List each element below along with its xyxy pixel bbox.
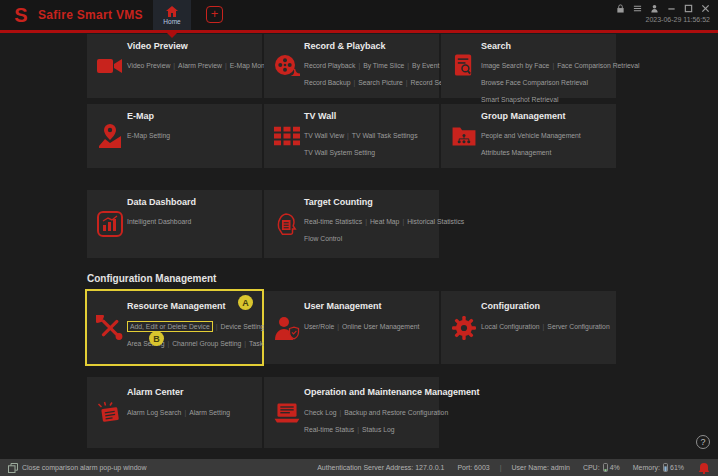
link-emap-setting[interactable]: E-Map Setting bbox=[127, 132, 170, 139]
link-tv-wall-system-setting[interactable]: TV Wall System Setting bbox=[304, 149, 375, 156]
link-online-user-management[interactable]: Online User Management bbox=[342, 323, 419, 330]
alarm-bell-icon[interactable] bbox=[698, 462, 710, 474]
link-people-and-vehicle-management[interactable]: People and Vehicle Management bbox=[481, 132, 581, 139]
link-tv-wall-view[interactable]: TV Wall View bbox=[304, 132, 344, 139]
card-target-counting: Target Counting Real-time Statistics|Hea… bbox=[264, 190, 439, 258]
card-title: Data Dashboard bbox=[127, 197, 196, 207]
link-separator: | bbox=[365, 218, 367, 225]
video-camera-icon bbox=[94, 56, 126, 76]
link-separator: | bbox=[184, 409, 186, 416]
link-alarm-log-search[interactable]: Alarm Log Search bbox=[127, 409, 181, 416]
dashboard-chart-icon bbox=[94, 211, 126, 237]
close-icon[interactable] bbox=[701, 4, 710, 13]
link-flow-control[interactable]: Flow Control bbox=[304, 235, 342, 242]
port: Port: 6003 bbox=[457, 464, 489, 471]
link-check-log[interactable]: Check Log bbox=[304, 409, 337, 416]
link-backup-and-restore-configuration[interactable]: Backup and Restore Configuration bbox=[344, 409, 448, 416]
home-tab-pointer-icon bbox=[167, 33, 177, 38]
link-real-time-statistics[interactable]: Real-time Statistics bbox=[304, 218, 362, 225]
link-alarm-setting[interactable]: Alarm Setting bbox=[189, 409, 230, 416]
safire-logo-icon: S bbox=[9, 3, 33, 27]
film-reel-icon bbox=[271, 54, 303, 78]
card-title: Resource Management bbox=[127, 301, 226, 311]
link-heat-map[interactable]: Heat Map bbox=[370, 218, 399, 225]
user-shield-icon bbox=[271, 315, 303, 341]
link-video-preview[interactable]: Video Preview bbox=[127, 62, 170, 69]
user-icon[interactable] bbox=[650, 4, 659, 13]
target-counting-icon bbox=[271, 212, 303, 236]
maximize-icon[interactable] bbox=[684, 4, 693, 13]
card-title: Target Counting bbox=[304, 197, 373, 207]
card-video-preview: Video Preview Video Preview|Alarm Previe… bbox=[87, 34, 262, 98]
link-browse-face-comparison-retrieval[interactable]: Browse Face Comparison Retrieval bbox=[481, 79, 588, 86]
link-separator: | bbox=[340, 409, 342, 416]
card-title: Group Management bbox=[481, 111, 566, 121]
link-tv-wall-task-settings[interactable]: TV Wall Task Settings bbox=[352, 132, 418, 139]
card-e-map: E-Map E-Map Setting bbox=[87, 104, 262, 168]
card-title: E-Map bbox=[127, 111, 154, 121]
card-title: Configuration bbox=[481, 301, 540, 311]
tools-icon bbox=[94, 315, 126, 341]
app-title: Safire Smart VMS bbox=[38, 8, 143, 22]
card-title: User Management bbox=[304, 301, 382, 311]
link-image-search-by-face[interactable]: Image Search by Face bbox=[481, 62, 549, 69]
document-search-icon bbox=[448, 54, 480, 79]
link-task[interactable]: Task bbox=[249, 340, 263, 347]
link-attributes-management[interactable]: Attributes Management bbox=[481, 149, 551, 156]
statusbar-separator: | bbox=[500, 464, 502, 471]
red-divider bbox=[0, 30, 718, 33]
window-controls bbox=[616, 4, 710, 13]
help-button[interactable]: ? bbox=[696, 435, 710, 449]
link-separator: | bbox=[167, 340, 169, 347]
card-record-playback: Record & Playback Record Playback|By Tim… bbox=[264, 34, 439, 98]
close-comparison-alarm-label: Close comparison alarm pop-up window bbox=[22, 464, 147, 471]
close-comparison-alarm-toggle[interactable]: Close comparison alarm pop-up window bbox=[8, 463, 147, 473]
annotation-b: B bbox=[149, 331, 164, 346]
annotation-a: A bbox=[238, 295, 253, 310]
link-alarm-preview[interactable]: Alarm Preview bbox=[178, 62, 222, 69]
memory-label: Memory: bbox=[633, 464, 660, 471]
card-title: Operation and Maintenance Management bbox=[304, 387, 480, 397]
link-real-time-status[interactable]: Real-time Status bbox=[304, 426, 354, 433]
group-folder-icon bbox=[448, 126, 480, 147]
lock-icon[interactable] bbox=[616, 4, 625, 13]
cpu-value: 4% bbox=[610, 464, 620, 471]
tab-home[interactable]: Home bbox=[153, 0, 191, 30]
card-title: Video Preview bbox=[127, 41, 188, 51]
link-historical-statistics[interactable]: Historical Statistics bbox=[407, 218, 464, 225]
link-intelligent-dashboard[interactable]: Intelligent Dashboard bbox=[127, 218, 191, 225]
menu-icon[interactable] bbox=[633, 4, 642, 13]
map-pin-icon bbox=[94, 123, 126, 149]
svg-text:S: S bbox=[14, 4, 27, 26]
card-title: Alarm Center bbox=[127, 387, 184, 397]
link-channel-group-setting[interactable]: Channel Group Setting bbox=[172, 340, 241, 347]
user-name: User Name: admin bbox=[512, 464, 570, 471]
link-server-configuration[interactable]: Server Configuration bbox=[547, 323, 609, 330]
link-separator: | bbox=[173, 62, 175, 69]
link-add-edit-or-delete-device[interactable]: Add, Edit or Delete Device bbox=[127, 321, 213, 332]
link-face-comparison-retrieval[interactable]: Face Comparison Retrieval bbox=[557, 62, 639, 69]
link-separator: | bbox=[402, 218, 404, 225]
link-separator: | bbox=[244, 340, 246, 347]
link-status-log[interactable]: Status Log bbox=[362, 426, 395, 433]
link-search-picture[interactable]: Search Picture bbox=[358, 79, 403, 86]
link-local-configuration[interactable]: Local Configuration bbox=[481, 323, 540, 330]
memory-gauge-icon bbox=[663, 463, 668, 472]
link-by-event[interactable]: By Event bbox=[412, 62, 439, 69]
card-group-management: Group Management People and Vehicle Mana… bbox=[441, 104, 616, 168]
link-separator: | bbox=[407, 62, 409, 69]
card-tv-wall: TV Wall TV Wall View|TV Wall Task Settin… bbox=[264, 104, 439, 168]
card-user-management: User Management User/Role|Online User Ma… bbox=[264, 291, 439, 364]
add-tab-button[interactable]: + bbox=[206, 6, 223, 23]
minimize-icon[interactable] bbox=[667, 4, 676, 13]
link-record-playback[interactable]: Record Playback bbox=[304, 62, 355, 69]
link-device-setting[interactable]: Device Setting bbox=[220, 323, 264, 330]
link-record-backup[interactable]: Record Backup bbox=[304, 79, 350, 86]
card-alarm-center: Alarm Center Alarm Log Search|Alarm Sett… bbox=[87, 377, 262, 448]
statusbar: Close comparison alarm pop-up window Aut… bbox=[0, 459, 718, 476]
link-by-time-slice[interactable]: By Time Slice bbox=[363, 62, 404, 69]
link-user-role[interactable]: User/Role bbox=[304, 323, 334, 330]
gear-icon bbox=[448, 315, 480, 341]
link-smart-snapshot-retrieval[interactable]: Smart Snapshot Retrieval bbox=[481, 96, 558, 103]
datetime: 2023-06-29 11:56:52 bbox=[646, 16, 710, 23]
